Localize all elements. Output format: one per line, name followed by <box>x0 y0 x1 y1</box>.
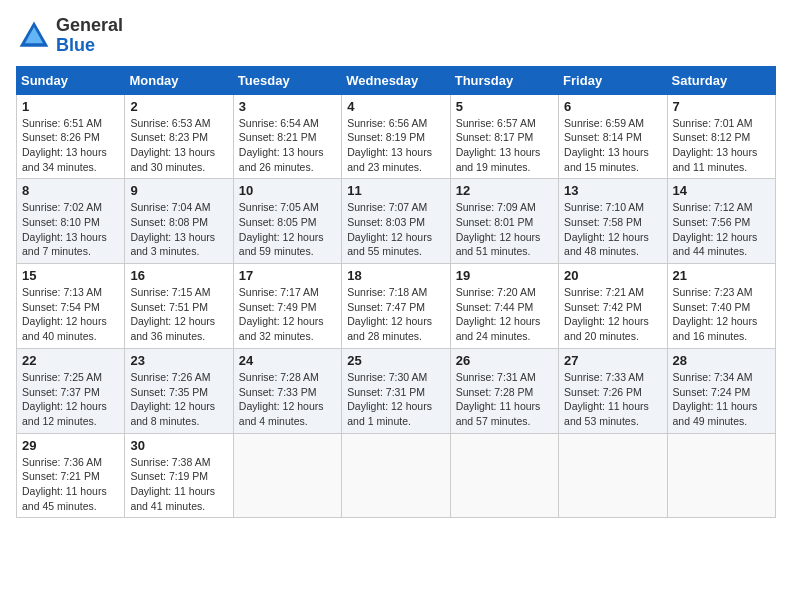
calendar-table: SundayMondayTuesdayWednesdayThursdayFrid… <box>16 66 776 519</box>
day-info: Sunrise: 6:51 AM Sunset: 8:26 PM Dayligh… <box>22 116 119 175</box>
day-info: Sunrise: 7:34 AM Sunset: 7:24 PM Dayligh… <box>673 370 770 429</box>
day-number: 14 <box>673 183 770 198</box>
calendar-day-cell: 3 Sunrise: 6:54 AM Sunset: 8:21 PM Dayli… <box>233 94 341 179</box>
day-number: 22 <box>22 353 119 368</box>
day-number: 27 <box>564 353 661 368</box>
day-info: Sunrise: 7:38 AM Sunset: 7:19 PM Dayligh… <box>130 455 227 514</box>
day-number: 3 <box>239 99 336 114</box>
calendar-day-cell: 19 Sunrise: 7:20 AM Sunset: 7:44 PM Dayl… <box>450 264 558 349</box>
weekday-header: Monday <box>125 66 233 94</box>
calendar-day-cell: 21 Sunrise: 7:23 AM Sunset: 7:40 PM Dayl… <box>667 264 775 349</box>
logo-text: General Blue <box>56 16 123 56</box>
calendar-day-cell: 13 Sunrise: 7:10 AM Sunset: 7:58 PM Dayl… <box>559 179 667 264</box>
calendar-day-cell: 17 Sunrise: 7:17 AM Sunset: 7:49 PM Dayl… <box>233 264 341 349</box>
calendar-day-cell: 12 Sunrise: 7:09 AM Sunset: 8:01 PM Dayl… <box>450 179 558 264</box>
calendar-day-cell: 15 Sunrise: 7:13 AM Sunset: 7:54 PM Dayl… <box>17 264 125 349</box>
day-info: Sunrise: 7:33 AM Sunset: 7:26 PM Dayligh… <box>564 370 661 429</box>
calendar-day-cell <box>667 433 775 518</box>
day-number: 30 <box>130 438 227 453</box>
calendar-day-cell: 28 Sunrise: 7:34 AM Sunset: 7:24 PM Dayl… <box>667 348 775 433</box>
day-number: 16 <box>130 268 227 283</box>
day-number: 11 <box>347 183 444 198</box>
calendar-day-cell: 14 Sunrise: 7:12 AM Sunset: 7:56 PM Dayl… <box>667 179 775 264</box>
day-info: Sunrise: 7:04 AM Sunset: 8:08 PM Dayligh… <box>130 200 227 259</box>
calendar-header-row: SundayMondayTuesdayWednesdayThursdayFrid… <box>17 66 776 94</box>
day-info: Sunrise: 7:02 AM Sunset: 8:10 PM Dayligh… <box>22 200 119 259</box>
calendar-day-cell: 23 Sunrise: 7:26 AM Sunset: 7:35 PM Dayl… <box>125 348 233 433</box>
calendar-day-cell: 4 Sunrise: 6:56 AM Sunset: 8:19 PM Dayli… <box>342 94 450 179</box>
calendar-day-cell <box>559 433 667 518</box>
calendar-day-cell: 30 Sunrise: 7:38 AM Sunset: 7:19 PM Dayl… <box>125 433 233 518</box>
day-info: Sunrise: 7:12 AM Sunset: 7:56 PM Dayligh… <box>673 200 770 259</box>
day-info: Sunrise: 7:15 AM Sunset: 7:51 PM Dayligh… <box>130 285 227 344</box>
weekday-header: Saturday <box>667 66 775 94</box>
day-info: Sunrise: 7:10 AM Sunset: 7:58 PM Dayligh… <box>564 200 661 259</box>
day-number: 19 <box>456 268 553 283</box>
day-info: Sunrise: 7:26 AM Sunset: 7:35 PM Dayligh… <box>130 370 227 429</box>
calendar-week-row: 15 Sunrise: 7:13 AM Sunset: 7:54 PM Dayl… <box>17 264 776 349</box>
day-number: 10 <box>239 183 336 198</box>
day-number: 7 <box>673 99 770 114</box>
logo: General Blue <box>16 16 123 56</box>
day-info: Sunrise: 6:53 AM Sunset: 8:23 PM Dayligh… <box>130 116 227 175</box>
day-number: 21 <box>673 268 770 283</box>
calendar-day-cell: 18 Sunrise: 7:18 AM Sunset: 7:47 PM Dayl… <box>342 264 450 349</box>
weekday-header: Thursday <box>450 66 558 94</box>
weekday-header: Tuesday <box>233 66 341 94</box>
day-info: Sunrise: 7:05 AM Sunset: 8:05 PM Dayligh… <box>239 200 336 259</box>
calendar-day-cell: 24 Sunrise: 7:28 AM Sunset: 7:33 PM Dayl… <box>233 348 341 433</box>
day-number: 29 <box>22 438 119 453</box>
day-info: Sunrise: 7:31 AM Sunset: 7:28 PM Dayligh… <box>456 370 553 429</box>
calendar-day-cell: 8 Sunrise: 7:02 AM Sunset: 8:10 PM Dayli… <box>17 179 125 264</box>
calendar-day-cell: 9 Sunrise: 7:04 AM Sunset: 8:08 PM Dayli… <box>125 179 233 264</box>
day-number: 2 <box>130 99 227 114</box>
day-info: Sunrise: 7:07 AM Sunset: 8:03 PM Dayligh… <box>347 200 444 259</box>
calendar-day-cell: 5 Sunrise: 6:57 AM Sunset: 8:17 PM Dayli… <box>450 94 558 179</box>
day-number: 1 <box>22 99 119 114</box>
day-info: Sunrise: 7:01 AM Sunset: 8:12 PM Dayligh… <box>673 116 770 175</box>
day-number: 5 <box>456 99 553 114</box>
calendar-day-cell: 20 Sunrise: 7:21 AM Sunset: 7:42 PM Dayl… <box>559 264 667 349</box>
day-info: Sunrise: 7:30 AM Sunset: 7:31 PM Dayligh… <box>347 370 444 429</box>
day-info: Sunrise: 6:57 AM Sunset: 8:17 PM Dayligh… <box>456 116 553 175</box>
calendar-week-row: 22 Sunrise: 7:25 AM Sunset: 7:37 PM Dayl… <box>17 348 776 433</box>
day-info: Sunrise: 7:28 AM Sunset: 7:33 PM Dayligh… <box>239 370 336 429</box>
day-info: Sunrise: 7:09 AM Sunset: 8:01 PM Dayligh… <box>456 200 553 259</box>
weekday-header: Wednesday <box>342 66 450 94</box>
day-info: Sunrise: 6:54 AM Sunset: 8:21 PM Dayligh… <box>239 116 336 175</box>
day-number: 17 <box>239 268 336 283</box>
day-number: 6 <box>564 99 661 114</box>
day-number: 26 <box>456 353 553 368</box>
day-number: 15 <box>22 268 119 283</box>
calendar-day-cell: 16 Sunrise: 7:15 AM Sunset: 7:51 PM Dayl… <box>125 264 233 349</box>
day-info: Sunrise: 6:56 AM Sunset: 8:19 PM Dayligh… <box>347 116 444 175</box>
day-number: 12 <box>456 183 553 198</box>
day-info: Sunrise: 7:17 AM Sunset: 7:49 PM Dayligh… <box>239 285 336 344</box>
day-info: Sunrise: 7:36 AM Sunset: 7:21 PM Dayligh… <box>22 455 119 514</box>
calendar-day-cell: 1 Sunrise: 6:51 AM Sunset: 8:26 PM Dayli… <box>17 94 125 179</box>
calendar-day-cell <box>450 433 558 518</box>
day-info: Sunrise: 7:18 AM Sunset: 7:47 PM Dayligh… <box>347 285 444 344</box>
weekday-header: Friday <box>559 66 667 94</box>
day-number: 4 <box>347 99 444 114</box>
day-info: Sunrise: 7:23 AM Sunset: 7:40 PM Dayligh… <box>673 285 770 344</box>
calendar-day-cell: 22 Sunrise: 7:25 AM Sunset: 7:37 PM Dayl… <box>17 348 125 433</box>
calendar-day-cell: 10 Sunrise: 7:05 AM Sunset: 8:05 PM Dayl… <box>233 179 341 264</box>
day-number: 9 <box>130 183 227 198</box>
calendar-day-cell: 26 Sunrise: 7:31 AM Sunset: 7:28 PM Dayl… <box>450 348 558 433</box>
day-number: 24 <box>239 353 336 368</box>
day-info: Sunrise: 7:21 AM Sunset: 7:42 PM Dayligh… <box>564 285 661 344</box>
calendar-day-cell <box>342 433 450 518</box>
day-info: Sunrise: 7:13 AM Sunset: 7:54 PM Dayligh… <box>22 285 119 344</box>
day-info: Sunrise: 7:25 AM Sunset: 7:37 PM Dayligh… <box>22 370 119 429</box>
day-info: Sunrise: 7:20 AM Sunset: 7:44 PM Dayligh… <box>456 285 553 344</box>
calendar-day-cell: 7 Sunrise: 7:01 AM Sunset: 8:12 PM Dayli… <box>667 94 775 179</box>
calendar-day-cell: 29 Sunrise: 7:36 AM Sunset: 7:21 PM Dayl… <box>17 433 125 518</box>
weekday-header: Sunday <box>17 66 125 94</box>
day-info: Sunrise: 6:59 AM Sunset: 8:14 PM Dayligh… <box>564 116 661 175</box>
day-number: 13 <box>564 183 661 198</box>
day-number: 23 <box>130 353 227 368</box>
calendar-day-cell: 27 Sunrise: 7:33 AM Sunset: 7:26 PM Dayl… <box>559 348 667 433</box>
page-header: General Blue <box>16 16 776 56</box>
calendar-day-cell: 6 Sunrise: 6:59 AM Sunset: 8:14 PM Dayli… <box>559 94 667 179</box>
